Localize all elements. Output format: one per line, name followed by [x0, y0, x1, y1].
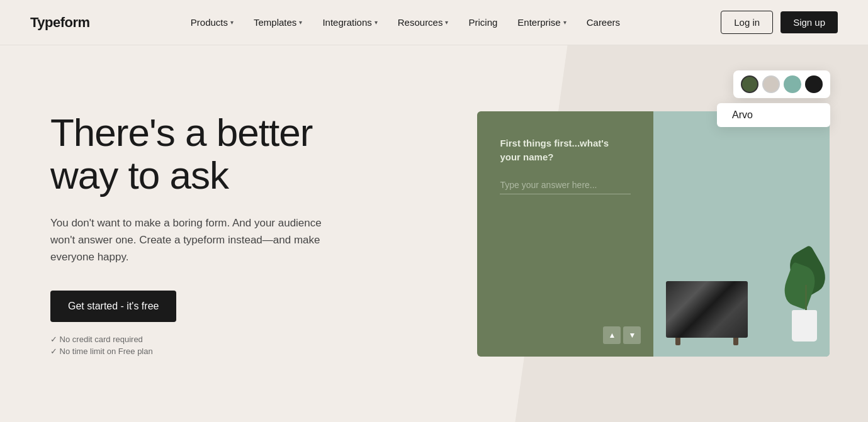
nav-pricing[interactable]: Pricing [461, 12, 505, 33]
theme-picker: Arvo [717, 70, 830, 127]
form-card: First things first...what's your name? T… [477, 111, 653, 357]
hero-note-1: ✓ No credit card required [50, 335, 447, 344]
photo-panel [653, 111, 830, 357]
navbar: Typeform Products ▾ Templates ▾ Integrat… [0, 0, 868, 45]
form-answer-placeholder[interactable]: Type your answer here... [500, 180, 631, 194]
nav-enterprise[interactable]: Enterprise ▾ [510, 12, 573, 33]
leg-left [675, 338, 680, 345]
form-preview-container: First things first...what's your name? T… [477, 111, 868, 357]
form-question: First things first...what's your name? [500, 136, 631, 165]
main-content: There's a better way to ask You don't wa… [0, 45, 868, 422]
chevron-down-icon: ▾ [563, 19, 566, 26]
nav-products[interactable]: Products ▾ [183, 12, 241, 33]
theme-name-badge: Arvo [717, 103, 830, 127]
hero-right: Arvo First things first...what's your na… [477, 45, 868, 422]
swatch-black[interactable] [805, 75, 823, 93]
logo[interactable]: Typeform [30, 14, 90, 31]
hero-left: There's a better way to ask You don't wa… [0, 86, 477, 382]
signup-button[interactable]: Sign up [781, 11, 838, 33]
chevron-down-icon: ▾ [299, 19, 302, 26]
photo-interior [653, 111, 830, 357]
nav-integrations[interactable]: Integrations ▾ [315, 12, 385, 33]
color-swatches [733, 70, 830, 98]
chevron-down-icon: ▾ [445, 19, 448, 26]
cta-button[interactable]: Get started - it's free [50, 291, 176, 322]
nav-actions: Log in Sign up [721, 11, 838, 34]
swatch-teal[interactable] [784, 75, 801, 93]
hero-subtitle: You don't want to make a boring form. An… [50, 214, 327, 266]
cabinet-legs [675, 338, 738, 345]
chevron-down-icon: ▾ [230, 19, 234, 26]
leg-right [733, 338, 738, 345]
nav-resources[interactable]: Resources ▾ [390, 12, 456, 33]
chevron-down-icon: ▾ [375, 19, 378, 26]
plant-stem [805, 285, 807, 310]
nav-templates[interactable]: Templates ▾ [246, 12, 310, 33]
hero-notes: ✓ No credit card required ✓ No time limi… [50, 335, 447, 356]
form-nav-arrows: ▲ ▼ [603, 326, 641, 344]
form-nav-down[interactable]: ▼ [623, 326, 641, 344]
nav-links: Products ▾ Templates ▾ Integrations ▾ Re… [183, 12, 628, 33]
plant-pot [792, 310, 817, 341]
swatch-dark-green[interactable] [741, 75, 758, 93]
login-button[interactable]: Log in [721, 11, 773, 34]
hero-note-2: ✓ No time limit on Free plan [50, 347, 447, 356]
swatch-light-beige[interactable] [762, 75, 780, 93]
nav-careers[interactable]: Careers [579, 12, 628, 33]
cabinet [666, 281, 748, 338]
form-nav-up[interactable]: ▲ [603, 326, 621, 344]
hero-title: There's a better way to ask [50, 111, 447, 197]
